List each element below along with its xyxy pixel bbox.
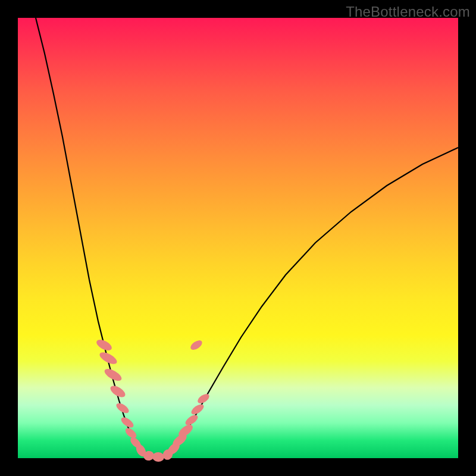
data-marker xyxy=(95,337,113,353)
marker-group xyxy=(95,337,211,462)
data-marker xyxy=(124,426,139,440)
data-marker xyxy=(184,413,199,427)
plot-area xyxy=(18,18,458,458)
data-marker xyxy=(152,452,165,462)
curve-path xyxy=(36,18,458,458)
watermark-text: TheBottleneck.com xyxy=(346,4,470,20)
data-marker xyxy=(190,402,206,416)
chart-frame: TheBottleneck.com xyxy=(0,0,476,476)
data-marker xyxy=(189,339,204,352)
data-marker xyxy=(120,415,135,430)
data-marker xyxy=(196,392,211,405)
bottleneck-curve xyxy=(18,18,458,458)
